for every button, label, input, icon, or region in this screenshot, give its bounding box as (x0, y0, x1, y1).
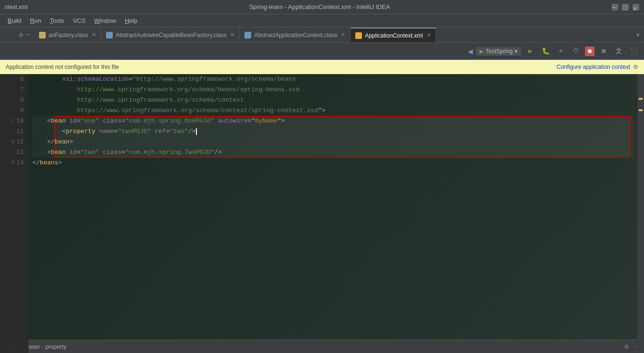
tab-label-beanfactory: anFactory.class (49, 32, 88, 38)
val-class-13: "com.mjh.spring.TwoPOJO" (125, 147, 214, 158)
title-bar: ntext.xml Spring-learn - ApplicationCont… (0, 0, 644, 14)
val-id-13: "two" (80, 147, 99, 158)
tab-dash[interactable]: − (26, 28, 30, 43)
code-indent-12 (32, 137, 47, 147)
lt-13: < (47, 147, 51, 158)
line-numbers-gutter: 6 7 8 9 ▽ 10 11 ⊟ 12 13 ⊟ 14 (0, 74, 29, 353)
code-line-14: </beans> (32, 158, 634, 168)
window-label: ntext.xml (5, 4, 28, 10)
tag-bean-10: bean (51, 116, 66, 126)
val-id-10: "one" (80, 116, 99, 126)
menu-build[interactable]: Build (4, 16, 25, 25)
space-11b (151, 126, 155, 137)
line-12-number: ⊟ 12 (2, 137, 24, 147)
menu-vcs[interactable]: VCS (69, 16, 89, 25)
main-window: ntext.xml Spring-learn - ApplicationCont… (0, 0, 644, 353)
space-10a (66, 116, 69, 126)
maximize-button[interactable]: □ (622, 4, 629, 10)
run-config-icon: ▶ (479, 48, 484, 55)
space-13b (99, 147, 103, 158)
code-indent-11 (32, 126, 62, 137)
stop-button[interactable]: ■ (585, 47, 595, 56)
coverage-button[interactable]: ☂ (555, 45, 567, 57)
lt-14: </ (32, 158, 40, 168)
run-button[interactable]: ▶ (524, 45, 537, 57)
fold-icon-14[interactable]: ⊟ (11, 158, 14, 168)
tab-close-appcontext-xml[interactable]: ✕ (427, 32, 431, 38)
space-13a (66, 147, 69, 158)
run-bar: ◀ ▶ TestSpring ▾ ▶ 🐛 ☂ ⏱ ■ ⊞ 文 ⬛ (0, 43, 644, 60)
line-8-number: 8 (2, 95, 24, 105)
code-line-8: http://www.springframework.org/schema/co… (32, 95, 634, 105)
profile-button[interactable]: ⏱ (570, 45, 582, 57)
menu-bar: Build Run Tools VCS Window Help (0, 14, 644, 28)
menu-tools[interactable]: Tools (46, 16, 68, 25)
eq-11b: = (166, 126, 170, 137)
val-name-11: "twoPOJO" (118, 126, 151, 137)
tab-overflow-dropdown[interactable]: ▾ (632, 28, 644, 42)
scroll-mark-2 (639, 109, 643, 111)
line-7-number: 7 (2, 85, 24, 95)
text-cursor (196, 128, 197, 135)
minimize-button[interactable]: − (612, 4, 618, 10)
notification-message: Application context not configured for t… (6, 64, 119, 70)
code-indent-13 (32, 147, 47, 158)
attr-autowire-10: autowire (218, 116, 247, 126)
line-14-number: ⊟ 14 (2, 158, 24, 168)
code-indent-10 (32, 116, 47, 126)
fold-icon-10[interactable]: ▽ (11, 116, 14, 126)
tab-icon-appcontext-xml (355, 32, 362, 39)
run-config-selector[interactable]: ▶ TestSpring ▾ (476, 47, 521, 56)
eq-10c: = (248, 116, 252, 126)
url-8: http://www.springframework.org/schema/co… (77, 95, 244, 105)
tab-beanfactory[interactable]: anFactory.class ✕ (34, 28, 101, 42)
eq-10b: = (121, 116, 125, 126)
gt-14: > (59, 158, 62, 168)
attr-class-13: class (103, 147, 121, 158)
quote-open-10: " (251, 116, 255, 126)
nav-back-icon[interactable]: ◀ (468, 46, 473, 57)
eq-13a: = (77, 147, 81, 158)
notification-bar: Application context not configured for t… (0, 60, 644, 74)
attr-ref-11: ref (155, 126, 166, 137)
quote-close-10: " (277, 116, 281, 126)
right-scrollbar-gutter[interactable] (637, 74, 644, 353)
tab-icon-abstractapp (244, 32, 251, 38)
tab-close-abstractautowire[interactable]: ✕ (230, 32, 234, 38)
code-indent-9 (32, 105, 77, 116)
line-6-number: 6 (2, 74, 24, 85)
notification-settings-icon[interactable]: ⚙ (633, 64, 638, 70)
menu-window[interactable]: Window (90, 16, 120, 25)
tab-label-abstractautowire: AbstractAutowireCapableBeanFactory.class (116, 32, 226, 38)
notification-actions: Configure application context ⚙ (556, 64, 638, 70)
close-button[interactable]: ✕ (633, 4, 639, 10)
tab-close-abstractapp[interactable]: ✕ (341, 32, 345, 38)
code-line-9: https://www.springframework.org/schema/c… (32, 105, 634, 116)
code-editor[interactable]: xsi:schemaLocation="http://www.springfra… (29, 74, 637, 353)
project-structure-button[interactable]: ⊞ (597, 45, 610, 57)
tab-settings-area: ⚙ − (15, 28, 34, 42)
translate-button[interactable]: 文 (613, 45, 625, 57)
selfclose-13: /> (214, 147, 222, 158)
line-9-number: 9 (2, 105, 24, 116)
tab-appcontext-xml[interactable]: ApplicationContext.xml ✕ (351, 28, 436, 42)
restore-button[interactable]: ⬛ (628, 45, 640, 57)
debug-button[interactable]: 🐛 (539, 45, 552, 57)
selfclose-11: /> (188, 126, 196, 137)
tag-close-bean-12: bean (55, 137, 69, 147)
eq-13b: = (121, 147, 125, 158)
menu-run[interactable]: Run (26, 16, 45, 25)
line-13-number: 13 (2, 147, 24, 158)
fold-icon-12[interactable]: ⊟ (11, 137, 14, 147)
settings-icon[interactable]: ⚙ (19, 31, 23, 39)
url-7: http://www.springframework.org/schema/be… (77, 85, 300, 95)
tab-abstractautowire[interactable]: AbstractAutowireCapableBeanFactory.class… (101, 28, 240, 42)
tab-abstractapp[interactable]: AbstractApplicationContext.class ✕ (240, 28, 351, 42)
code-indent-7 (32, 85, 77, 95)
menu-help[interactable]: Help (121, 16, 141, 25)
gt-10: > (281, 116, 285, 126)
code-line-13: <bean id="two" class="com.mjh.spring.Two… (32, 147, 634, 158)
space-11a (96, 126, 99, 137)
tab-close-beanfactory[interactable]: ✕ (92, 32, 96, 38)
configure-app-context-link[interactable]: Configure application context (556, 64, 630, 70)
